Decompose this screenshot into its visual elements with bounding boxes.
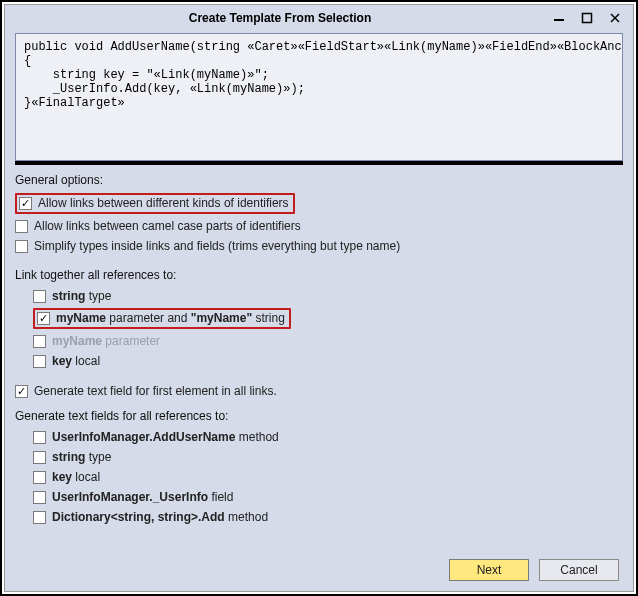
- checkbox-icon[interactable]: [33, 290, 46, 303]
- code-preview: public void AddUserName(string «Caret»«F…: [15, 33, 623, 161]
- opt-label: key local: [52, 353, 100, 369]
- checkbox-checked-icon[interactable]: ✓: [19, 197, 32, 210]
- divider: [15, 161, 623, 165]
- opt-myname-param-disabled: myName parameter: [33, 331, 623, 351]
- opt-gen-key[interactable]: key local: [33, 467, 623, 487]
- svg-rect-1: [583, 14, 592, 23]
- minimize-icon[interactable]: [551, 10, 567, 26]
- window-controls: [551, 10, 629, 26]
- checkbox-icon[interactable]: [33, 451, 46, 464]
- opt-generate-first[interactable]: ✓ Generate text field for first element …: [15, 381, 623, 401]
- opt-label: Generate text field for first element in…: [34, 383, 277, 399]
- window-title: Create Template From Selection: [9, 11, 551, 25]
- opt-label: Allow links between different kinds of i…: [38, 195, 289, 211]
- next-button[interactable]: Next: [449, 559, 529, 581]
- opt-allow-kinds[interactable]: ✓ Allow links between different kinds of…: [15, 191, 623, 216]
- opt-allow-camel[interactable]: Allow links between camel case parts of …: [15, 216, 623, 236]
- code-line: public void AddUserName(string «Caret»«F…: [24, 40, 623, 54]
- code-line: {: [24, 54, 31, 68]
- checkbox-checked-icon[interactable]: ✓: [37, 312, 50, 325]
- opt-label: Simplify types inside links and fields (…: [34, 238, 400, 254]
- opt-label: UserInfoManager.AddUserName method: [52, 429, 279, 445]
- opt-simplify[interactable]: Simplify types inside links and fields (…: [15, 236, 623, 256]
- checkbox-icon[interactable]: [33, 511, 46, 524]
- opt-label: Dictionary<string, string>.Add method: [52, 509, 268, 525]
- opt-string-type[interactable]: string type: [33, 286, 623, 306]
- checkbox-icon: [33, 335, 46, 348]
- opt-gen-userinfo[interactable]: UserInfoManager._UserInfo field: [33, 487, 623, 507]
- general-options-label: General options:: [15, 173, 623, 187]
- code-line: string key = "«Link(myName)»";: [24, 68, 269, 82]
- titlebar: Create Template From Selection: [5, 5, 633, 31]
- opt-gen-addusername[interactable]: UserInfoManager.AddUserName method: [33, 427, 623, 447]
- cancel-button[interactable]: Cancel: [539, 559, 619, 581]
- checkbox-icon[interactable]: [33, 471, 46, 484]
- opt-myname-param-string[interactable]: ✓ myName parameter and "myName" string: [33, 306, 623, 331]
- checkbox-icon[interactable]: [33, 355, 46, 368]
- link-together-label: Link together all references to:: [15, 268, 623, 282]
- button-row: Next Cancel: [15, 551, 623, 583]
- checkbox-icon[interactable]: [15, 220, 28, 233]
- dialog-window: Create Template From Selection public vo…: [4, 4, 634, 592]
- code-line: _UserInfo.Add(key, «Link(myName)»);: [24, 82, 305, 96]
- opt-label: Allow links between camel case parts of …: [34, 218, 301, 234]
- checkbox-icon[interactable]: [33, 431, 46, 444]
- checkbox-checked-icon[interactable]: ✓: [15, 385, 28, 398]
- opt-label: UserInfoManager._UserInfo field: [52, 489, 233, 505]
- generate-fields-label: Generate text fields for all references …: [15, 409, 623, 423]
- code-line: }«FinalTarget»: [24, 96, 125, 110]
- checkbox-icon[interactable]: [15, 240, 28, 253]
- opt-gen-string[interactable]: string type: [33, 447, 623, 467]
- opt-label: myName parameter: [52, 333, 160, 349]
- opt-key-local[interactable]: key local: [33, 351, 623, 371]
- checkbox-icon[interactable]: [33, 491, 46, 504]
- opt-label: key local: [52, 469, 100, 485]
- opt-label: string type: [52, 449, 111, 465]
- opt-label: myName parameter and "myName" string: [56, 310, 285, 326]
- close-icon[interactable]: [607, 10, 623, 26]
- opt-label: string type: [52, 288, 111, 304]
- opt-gen-dictadd[interactable]: Dictionary<string, string>.Add method: [33, 507, 623, 527]
- maximize-icon[interactable]: [579, 10, 595, 26]
